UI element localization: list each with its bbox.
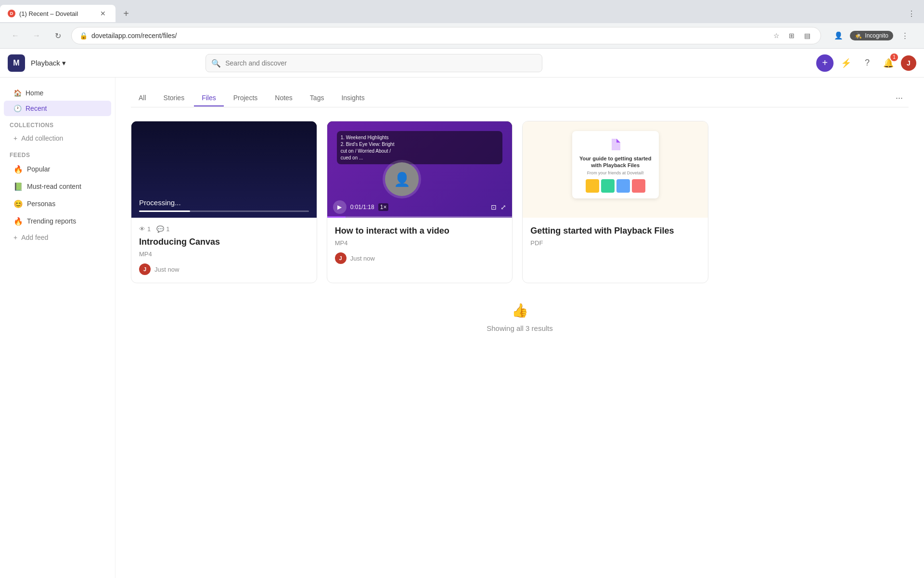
video-controls: ▶ 0:01/1:18 1× ⊡ ⤢ (327, 200, 513, 214)
help-button[interactable]: ? (859, 54, 876, 72)
card-interact-video[interactable]: 1. Weekend Highlights 2. Bird's Eye View… (327, 121, 513, 283)
card-time-1: Just now (154, 266, 179, 273)
card-getting-started[interactable]: Your guide to getting started with Playb… (522, 121, 708, 283)
tab-insights[interactable]: Insights (334, 90, 372, 106)
workspace-avatar[interactable]: M (8, 54, 25, 72)
tab-notes[interactable]: Notes (267, 90, 300, 106)
notification-bell[interactable]: 🔔 1 (880, 54, 897, 72)
tab-projects[interactable]: Projects (226, 90, 266, 106)
url-bar-actions: ☆ ⊞ ▤ (770, 30, 813, 41)
personas-icon: 😊 (13, 199, 23, 209)
add-feed-item[interactable]: + Add feed (4, 230, 111, 245)
thumbs-up-icon: 👍 (512, 302, 528, 318)
card-thumbnail-3: Your guide to getting started with Playb… (523, 121, 708, 218)
browser-menu-icon[interactable]: ⋮ (905, 7, 918, 20)
home-icon: 🏠 (13, 89, 22, 97)
reload-button[interactable]: ↻ (50, 28, 65, 43)
pdf-illustration: Your guide to getting started with Playb… (572, 131, 659, 208)
recent-label: Recent (26, 105, 47, 112)
card-footer-1: J Just now (139, 263, 309, 275)
card-time-2: Just now (350, 255, 375, 262)
app-name-label: Playback (31, 59, 60, 67)
extensions-icon[interactable]: ⊞ (786, 30, 797, 41)
add-feed-label: Add feed (21, 234, 48, 241)
browser-chrome: D (1) Recent – Dovetail ✕ + ⋮ ← → ↻ 🔒 do… (0, 0, 924, 49)
search-wrapper: 🔍 (205, 54, 542, 72)
sidebar-icon[interactable]: ▤ (801, 30, 813, 41)
tab-all[interactable]: All (131, 90, 154, 106)
sidebar-item-popular[interactable]: 🔥 Popular (4, 160, 111, 178)
feeds-section-title: Feeds (0, 146, 115, 160)
collections-section-title: Collections (0, 116, 115, 131)
active-tab[interactable]: D (1) Recent – Dovetail ✕ (0, 5, 116, 22)
sidebar-item-personas[interactable]: 😊 Personas (4, 195, 111, 212)
processing-bar-fill (139, 210, 190, 212)
card-footer-2: J Just now (335, 252, 505, 264)
tab-tags[interactable]: Tags (302, 90, 332, 106)
filter-more-button[interactable]: ··· (890, 89, 909, 107)
search-bar[interactable]: 🔍 (205, 54, 542, 72)
tab-title: (1) Recent – Dovetail (19, 10, 94, 17)
must-read-label: Must-read content (27, 183, 81, 190)
video-play-icon[interactable]: ▶ (333, 200, 346, 214)
add-button[interactable]: + (816, 54, 834, 72)
url-bar[interactable]: 🔒 dovetailapp.com/recent/files/ ☆ ⊞ ▤ (71, 27, 821, 44)
add-feed-icon: + (13, 234, 17, 241)
main-content: 🏠 Home 🕐 Recent Collections + Add collec… (0, 78, 924, 578)
app-name-chevron: ▾ (62, 59, 66, 67)
sidebar-item-must-read[interactable]: 📗 Must-read content (4, 178, 111, 195)
must-read-icon: 📗 (13, 182, 23, 191)
forward-button[interactable]: → (29, 28, 44, 43)
sidebar-item-home[interactable]: 🏠 Home (4, 85, 111, 101)
tab-bar: D (1) Recent – Dovetail ✕ + ⋮ (0, 0, 924, 23)
back-button[interactable]: ← (8, 28, 23, 43)
card-introducing-canvas[interactable]: Processing... 👁 1 (131, 121, 317, 283)
tab-stories[interactable]: Stories (156, 90, 192, 106)
add-collection-icon: + (13, 134, 17, 142)
lightning-button[interactable]: ⚡ (837, 54, 855, 72)
video-progress-fill (327, 216, 346, 218)
app-name[interactable]: Playback ▾ (31, 59, 66, 67)
processing-overlay: Processing... (131, 193, 317, 218)
cards-grid: Processing... 👁 1 (131, 121, 708, 283)
sidebar-item-trending[interactable]: 🔥 Trending reports (4, 212, 111, 230)
url-text: dovetailapp.com/recent/files/ (91, 32, 767, 39)
add-collection-item[interactable]: + Add collection (4, 131, 111, 146)
user-avatar[interactable]: J (901, 55, 916, 71)
card-thumbnail-1: Processing... (131, 121, 317, 218)
filter-tabs: All Stories Files Projects Notes Tags In… (131, 89, 909, 107)
video-progress-bar (327, 216, 513, 218)
card-meta-1: 👁 1 💬 1 (139, 225, 309, 233)
video-icons: ⊡ ⤢ (491, 203, 506, 211)
results-text: Showing all 3 results (487, 324, 553, 332)
views-count-1: 1 (147, 225, 151, 233)
sidebar-item-recent[interactable]: 🕐 Recent (4, 101, 111, 116)
new-tab-button[interactable]: + (119, 7, 133, 20)
popular-label: Popular (27, 165, 50, 173)
video-settings-icon[interactable]: ⊡ (491, 203, 497, 211)
lock-icon: 🔒 (79, 32, 88, 39)
incognito-label: Incognito (865, 32, 888, 39)
results-footer: 👍 Showing all 3 results (131, 283, 909, 352)
content-area: All Stories Files Projects Notes Tags In… (116, 78, 924, 578)
sidebar: 🏠 Home 🕐 Recent Collections + Add collec… (0, 78, 116, 578)
recent-icon: 🕐 (13, 105, 22, 112)
browser-more-icon[interactable]: ⋮ (897, 28, 912, 43)
video-time: 0:01/1:18 (350, 204, 374, 210)
card-title-2: How to interact with a video (335, 225, 505, 236)
popular-icon: 🔥 (13, 164, 23, 174)
address-bar: ← → ↻ 🔒 dovetailapp.com/recent/files/ ☆ … (0, 23, 924, 48)
profile-icon[interactable]: 👤 (831, 28, 846, 43)
search-icon: 🔍 (211, 58, 221, 67)
tab-close-button[interactable]: ✕ (98, 9, 108, 18)
bookmark-icon[interactable]: ☆ (770, 30, 782, 41)
card-type-1: MP4 (139, 250, 309, 258)
home-label: Home (26, 89, 43, 97)
card-title-3: Getting started with Playback Files (530, 225, 700, 236)
tab-files[interactable]: Files (194, 90, 224, 106)
search-input[interactable] (205, 54, 542, 72)
personas-label: Personas (27, 200, 55, 208)
card-author-avatar-1: J (139, 263, 151, 275)
browser-actions: 👤 🕵 Incognito ⋮ (827, 28, 916, 43)
video-fullscreen-icon[interactable]: ⤢ (500, 203, 506, 211)
